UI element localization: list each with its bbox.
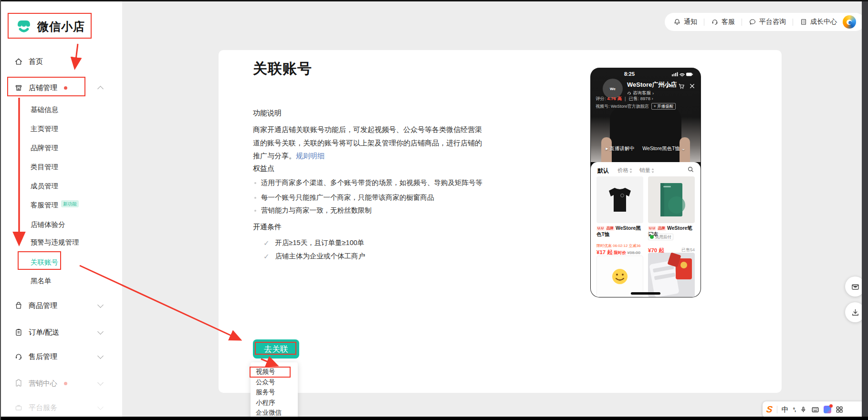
condition-item: ✓店铺主体为企业或个体工商户 bbox=[263, 252, 365, 261]
store-rating-row[interactable]: 评分: 4.76 高 ｜ 已售: 8978 › bbox=[596, 96, 653, 102]
shopping-bag-icon bbox=[14, 301, 23, 310]
sogou-ime-logo[interactable]: S bbox=[765, 404, 773, 415]
microphone-icon[interactable] bbox=[800, 406, 807, 413]
sidebar-item-brand-mgmt[interactable]: 品牌管理 bbox=[1, 142, 122, 154]
filter-sales[interactable]: 销量 bbox=[639, 167, 654, 174]
briefcase-icon bbox=[14, 403, 23, 412]
benefit-item: 营销能力与商家一致，无粉丝数限制 bbox=[254, 206, 372, 215]
document-icon bbox=[800, 18, 807, 26]
notification-dot bbox=[64, 86, 67, 90]
sidebar-item-platform-services[interactable]: 平台服务 bbox=[1, 402, 122, 413]
bell-icon bbox=[673, 18, 681, 26]
dropdown-item-official-account[interactable]: 公众号 bbox=[251, 377, 298, 388]
check-icon: ✓ bbox=[263, 252, 270, 261]
divider bbox=[777, 406, 777, 413]
sidebar: 微信小店 首页 店铺管理 基础信息 主页管理 品牌管理 类目管理 成员管理 客服… bbox=[1, 1, 122, 417]
notifications-button[interactable]: 通知 bbox=[673, 18, 697, 26]
product-image-notebook[interactable] bbox=[648, 176, 695, 223]
sidebar-item-goods-mgmt[interactable]: 商品管理 bbox=[1, 300, 122, 311]
home-icon bbox=[14, 57, 23, 66]
brand-logo: 微信小店 bbox=[15, 19, 85, 35]
rules-detail-link[interactable]: 规则明细 bbox=[296, 152, 324, 160]
chevron-down-icon[interactable] bbox=[97, 302, 104, 308]
sogou-browser-logo[interactable] bbox=[843, 15, 856, 29]
benefit-item: 每一个账号只能推广一个商家，只能带该商家的橱窗商品 bbox=[254, 193, 434, 202]
growth-center-button[interactable]: 成长中心 bbox=[800, 18, 837, 26]
chevron-down-icon[interactable] bbox=[97, 379, 104, 386]
clipboard-icon bbox=[14, 328, 23, 337]
live-video-area: 8:25 We WeStore广州小店 咨询客服› 评分: 4.76 高 ｜ 已… bbox=[591, 68, 701, 162]
sidebar-item-label: 首页 bbox=[29, 57, 43, 66]
condition-heading: 开通条件 bbox=[253, 223, 282, 232]
sidebar-item-experience-score[interactable]: 店铺体验分 bbox=[1, 219, 122, 230]
divider bbox=[704, 19, 704, 26]
sidebar-item-member-mgmt[interactable]: 成员管理 bbox=[1, 180, 122, 192]
live-icon: ▸ bbox=[606, 145, 609, 151]
page-title: 关联账号 bbox=[253, 59, 312, 79]
platform-consult-button[interactable]: 平台咨询 bbox=[749, 18, 786, 26]
home-indicator bbox=[631, 292, 660, 295]
product-image-smiley-tee[interactable] bbox=[596, 256, 643, 297]
new-feature-badge: 新功能 bbox=[61, 200, 79, 207]
ime-language-mode[interactable]: 中 bbox=[782, 405, 789, 414]
chevron-down-icon[interactable] bbox=[97, 328, 104, 335]
channel-action-button[interactable]: + 开播提醒 bbox=[651, 103, 676, 110]
screenshot-frame-top bbox=[0, 0, 868, 1]
sidebar-item-marketing-center[interactable]: 营销中心 bbox=[1, 378, 122, 389]
screenshot-frame-right bbox=[862, 0, 868, 420]
chevron-down-icon: ⌄ bbox=[681, 145, 686, 151]
chevron-up-icon[interactable] bbox=[97, 86, 104, 92]
share-icon[interactable] bbox=[665, 82, 673, 90]
headset-icon bbox=[711, 18, 719, 26]
bullet-dot bbox=[254, 210, 256, 212]
divider bbox=[742, 19, 742, 26]
go-associate-button[interactable]: 去关联 bbox=[253, 339, 299, 359]
condition-item: ✓开店≥15天，且订单量≥100单 bbox=[263, 238, 364, 247]
chevron-down-icon[interactable] bbox=[97, 353, 104, 359]
sidebar-item-homepage-mgmt[interactable]: 主页管理 bbox=[1, 123, 122, 134]
filter-price[interactable]: 价格 bbox=[617, 167, 632, 174]
sidebar-item-category-mgmt[interactable]: 类目管理 bbox=[1, 161, 122, 173]
product-title[interactable]: U.U品牌WeStore黑色T恤 bbox=[596, 225, 643, 237]
search-icon[interactable] bbox=[687, 166, 694, 173]
sidebar-item-basic-info[interactable]: 基础信息 bbox=[1, 104, 122, 115]
brand-tag: 品牌 bbox=[606, 226, 615, 231]
sidebar-item-cs-mgmt[interactable]: 客服管理 新功能 bbox=[1, 199, 122, 211]
sidebar-item-store-mgmt[interactable]: 店铺管理 bbox=[1, 82, 122, 93]
dropdown-item-mini-program[interactable]: 小程序 bbox=[251, 398, 298, 408]
ticket-icon bbox=[14, 379, 23, 388]
filter-default[interactable]: 默认 bbox=[597, 167, 609, 175]
chevron-down-icon[interactable] bbox=[97, 404, 104, 410]
product-image-tshirt[interactable] bbox=[596, 176, 643, 223]
model-tshirt-silhouette bbox=[610, 106, 681, 162]
dropdown-item-service-account[interactable]: 服务号 bbox=[251, 387, 298, 398]
sidebar-item-label: 店铺管理 bbox=[29, 83, 57, 92]
cart-icon[interactable] bbox=[678, 82, 685, 90]
bullet-dot bbox=[254, 197, 256, 199]
ime-skin-icon[interactable] bbox=[824, 406, 831, 413]
promo-countdown: 限时优惠 06:02:12 立减36 bbox=[596, 243, 643, 248]
sidebar-item-aftersale-mgmt[interactable]: 售后管理 bbox=[1, 351, 122, 362]
sidebar-item-home[interactable]: 首页 bbox=[1, 56, 122, 67]
feature-description: 商家开通店铺关联账号功能后，可发起视频号、公众号等各类微信经营渠 道的账号关联，… bbox=[253, 123, 587, 163]
benefit-heading: 权益点 bbox=[253, 164, 274, 173]
notification-dot bbox=[64, 382, 67, 385]
bullet-dot bbox=[254, 182, 256, 184]
envelope-icon bbox=[851, 282, 860, 291]
customer-service-button[interactable]: 客服 bbox=[711, 18, 735, 26]
sidebar-item-linked-accounts[interactable]: 关联账号 bbox=[1, 256, 122, 268]
brand-tag: U.U bbox=[596, 226, 605, 231]
product-image-redpacket[interactable] bbox=[648, 253, 695, 297]
keyboard-icon[interactable] bbox=[811, 406, 819, 413]
ime-punctuation-toggle[interactable]: °, bbox=[793, 407, 795, 412]
sidebar-item-blacklist[interactable]: 黑名单 bbox=[1, 275, 122, 287]
close-icon[interactable] bbox=[689, 82, 696, 90]
ime-menu-grid-icon[interactable] bbox=[836, 406, 843, 413]
sidebar-item-warning-mgmt[interactable]: 预警与违规管理 bbox=[1, 236, 122, 248]
live-explain-bar[interactable]: ▸ 直播讲解中 WeStore黑色T恤 ⌄ bbox=[591, 145, 701, 152]
sold-value: 8978 bbox=[640, 96, 650, 101]
dropdown-item-video-account[interactable]: 视频号 bbox=[251, 367, 298, 377]
feature-heading: 功能说明 bbox=[253, 109, 282, 118]
ime-toolbar: S 中 °, bbox=[763, 401, 865, 418]
sidebar-item-orders-delivery[interactable]: 订单/配送 bbox=[1, 327, 122, 338]
